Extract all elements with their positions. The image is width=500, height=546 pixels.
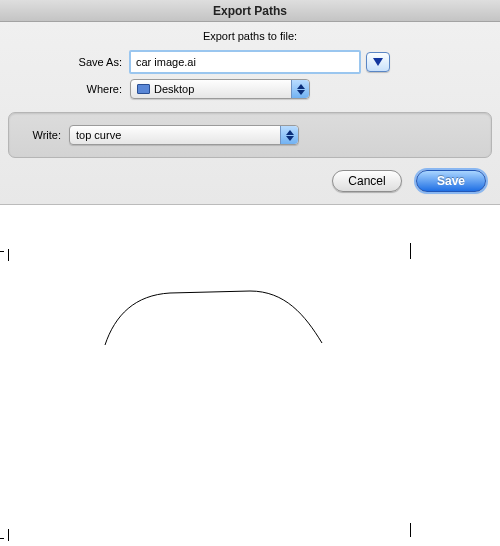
save-button[interactable]: Save [416, 170, 486, 192]
crop-mark-icon [0, 529, 18, 546]
where-row: Where: Desktop [0, 76, 500, 102]
save-as-input[interactable] [130, 51, 360, 73]
svg-marker-2 [297, 90, 305, 95]
crop-mark-icon [400, 237, 420, 257]
updown-arrows-icon [280, 126, 298, 144]
write-select[interactable]: top curve [69, 125, 299, 145]
write-label: Write: [21, 129, 69, 141]
crop-mark-icon [0, 241, 18, 261]
folder-icon [137, 84, 150, 94]
dialog-subtitle: Export paths to file: [0, 22, 500, 48]
where-select[interactable]: Desktop [130, 79, 310, 99]
svg-marker-1 [297, 84, 305, 89]
updown-arrows-icon [291, 80, 309, 98]
write-value: top curve [76, 129, 121, 141]
crop-mark-icon [400, 525, 420, 545]
cancel-button[interactable]: Cancel [332, 170, 402, 192]
write-panel: Write: top curve [8, 112, 492, 158]
export-paths-dialog: Export Paths Export paths to file: Save … [0, 0, 500, 205]
triangle-down-icon [373, 58, 383, 66]
svg-marker-3 [286, 130, 294, 135]
save-as-label: Save As: [20, 56, 130, 68]
where-label: Where: [20, 83, 130, 95]
dialog-title: Export Paths [0, 0, 500, 22]
where-value: Desktop [154, 83, 194, 95]
svg-marker-4 [286, 136, 294, 141]
svg-marker-0 [373, 58, 383, 66]
top-curve-path [100, 285, 330, 355]
disclosure-button[interactable] [366, 52, 390, 72]
canvas-area [0, 205, 500, 546]
save-as-row: Save As: [0, 48, 500, 76]
button-row: Cancel Save [0, 170, 500, 204]
